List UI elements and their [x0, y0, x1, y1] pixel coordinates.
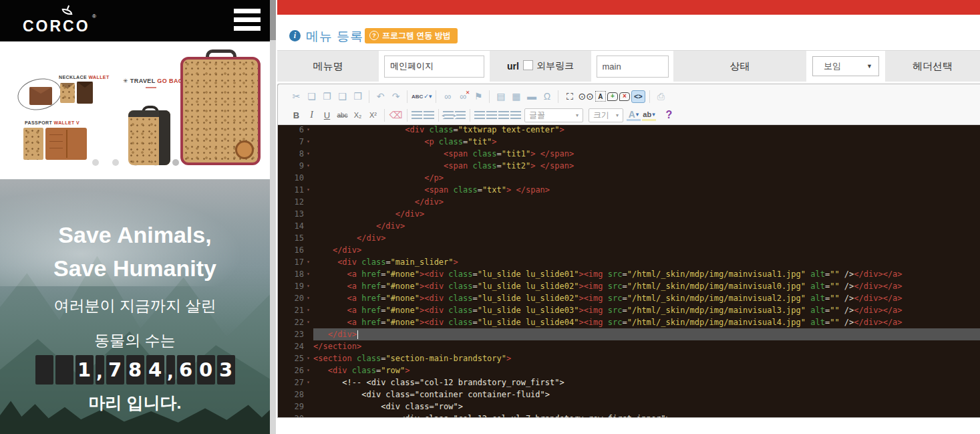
code-line[interactable]: 25▾<section class="section-main-brandsto… [278, 352, 980, 364]
preview-scrollbar[interactable] [270, 0, 276, 434]
bg-color-icon[interactable]: ab▾ [642, 110, 656, 121]
tag-add-icon[interactable]: + [607, 92, 618, 101]
status-select[interactable]: 보임 ▼ [812, 56, 879, 76]
code-line[interactable]: 9▾ <span class="tit2"> </span> [278, 160, 980, 172]
menu-name-input[interactable] [384, 56, 484, 78]
fold-toggle-icon[interactable]: ▾ [307, 160, 313, 172]
code-line[interactable]: 6▾ <div class="txtwrap text-center"> [278, 125, 980, 136]
code-line[interactable]: 17▾ <div class="main_slider"> [278, 256, 980, 268]
help-badge-button[interactable]: ? 프로그램 연동 방법 [365, 28, 458, 43]
spell-check-icon[interactable]: ABC✓▾ [412, 90, 432, 103]
code-line[interactable]: 23 </div> [278, 328, 980, 340]
code-line[interactable]: 20▾ <a href="#none"><div class="lu_slide… [278, 292, 980, 304]
code-line[interactable]: 13 </div> [278, 208, 980, 220]
url-input[interactable] [597, 56, 669, 78]
code-line[interactable]: 18▾ <a href="#none"><div class="lu_slide… [278, 268, 980, 280]
fold-toggle-icon[interactable]: ▾ [307, 376, 313, 389]
paste-from-word-icon[interactable]: ❒ [351, 90, 365, 103]
redo-icon[interactable]: ↷ [389, 90, 403, 103]
ordered-list-icon[interactable] [412, 111, 422, 119]
link-icon[interactable]: ∞ [440, 90, 454, 103]
product-carousel[interactable]: NECKLACE WALLET PASSPORT WALLET V ✳ TRAV… [0, 41, 270, 179]
fold-toggle-icon[interactable]: ▾ [307, 316, 313, 328]
source-button[interactable]: <> [631, 90, 645, 103]
undo-icon[interactable]: ↶ [373, 90, 387, 103]
code-line[interactable]: 7▾ <p class="tit"> [278, 136, 980, 148]
fold-toggle-icon[interactable]: ▾ [307, 184, 313, 196]
paste-plain-text-icon[interactable]: ❑ [335, 90, 349, 103]
align-center-icon[interactable] [486, 111, 497, 119]
fold-toggle-icon[interactable]: ▾ [307, 148, 313, 160]
code-line[interactable]: 29 <div class="row"> [278, 401, 980, 413]
align-justify-icon[interactable] [510, 111, 521, 119]
toolbar-separator [369, 90, 369, 103]
code-line[interactable]: 26▾ <div class="row"> [278, 364, 980, 376]
fold-toggle-icon[interactable]: ▾ [307, 136, 313, 148]
code-line[interactable]: 11▾ <span class="txt"> </span> [278, 184, 980, 196]
tag-remove-icon[interactable]: × [619, 92, 630, 101]
fold-toggle-icon[interactable]: ▾ [307, 268, 313, 280]
code-line[interactable]: 19▾ <a href="#none"><div class="lu_slide… [278, 280, 980, 292]
line-number: 11 [278, 184, 307, 196]
corco-logo[interactable]: CORCO ® [23, 4, 110, 39]
carousel-dot[interactable] [172, 159, 179, 166]
align-left-icon[interactable] [474, 111, 485, 119]
code-line[interactable]: 12 </div> [278, 196, 980, 208]
outdent-icon[interactable] [443, 111, 454, 119]
hamburger-menu-icon[interactable] [234, 9, 261, 31]
code-line[interactable]: 14 </div> [278, 220, 980, 232]
horizontal-line-icon[interactable]: ▬ [524, 90, 538, 103]
size-select[interactable]: 크기▾ [589, 108, 623, 122]
fold-toggle-icon[interactable]: ▾ [307, 256, 313, 268]
line-number: 7 [278, 136, 307, 148]
fold-toggle-icon[interactable]: ▾ [307, 292, 313, 304]
paste-icon[interactable]: ❐ [320, 90, 334, 103]
font-select[interactable]: 글꼴▾ [524, 108, 583, 122]
code-line[interactable]: 21▾ <a href="#none"><div class="lu_slide… [278, 304, 980, 316]
code-line[interactable]: 30 <div class="col-12 col-xl-7 brandstor… [278, 413, 980, 417]
toolbar-separator [649, 90, 650, 103]
code-line[interactable]: 16 </div> [278, 244, 980, 256]
about-icon[interactable]: ? [662, 108, 676, 122]
fold-toggle-icon[interactable]: ▾ [307, 125, 313, 136]
code-line[interactable]: 28 <div class="container container-fluid… [278, 389, 980, 401]
anchor-icon[interactable]: ⚑ [471, 90, 485, 103]
copy-icon[interactable]: ❏ [305, 90, 319, 103]
maximize-icon[interactable]: ⛶ [562, 90, 577, 103]
code-line[interactable]: 15 </div> [278, 232, 980, 244]
subscript-icon[interactable]: X₂ [351, 108, 365, 122]
image-icon[interactable]: ▤ [494, 90, 508, 103]
scrollbar-thumb[interactable] [270, 0, 276, 40]
strikethrough-icon[interactable]: abc [335, 108, 349, 122]
fold-toggle-icon[interactable]: ▾ [307, 280, 313, 292]
unordered-list-icon[interactable] [424, 111, 434, 119]
superscript-icon[interactable]: X² [366, 108, 380, 122]
code-line[interactable]: 8▾ <span class="tit1"> </span> [278, 148, 980, 160]
fold-toggle-icon[interactable]: ▾ [307, 304, 313, 316]
find-replace-icon[interactable]: ⊙⊙ [578, 90, 593, 103]
special-character-icon[interactable]: Ω [540, 90, 554, 103]
print-icon[interactable]: ⎙ [654, 90, 668, 103]
italic-icon[interactable]: I [305, 108, 319, 122]
code-line[interactable]: 22▾ <a href="#none"><div class="lu_slide… [278, 316, 980, 328]
code-line[interactable]: 10 </p> [278, 172, 980, 184]
code-line[interactable]: 24</section> [278, 340, 980, 352]
fold-toggle-icon[interactable]: ▾ [307, 352, 313, 364]
underline-icon[interactable]: U [320, 108, 334, 122]
unlink-icon[interactable]: ∞ [456, 90, 470, 103]
indent-icon[interactable] [455, 111, 466, 119]
cut-icon[interactable]: ✂ [289, 90, 303, 103]
remove-format-icon[interactable]: ⌫ [389, 108, 403, 122]
source-code-area[interactable]: 6▾ <div class="txtwrap text-center">7▾ <… [278, 125, 980, 417]
align-right-icon[interactable] [498, 111, 509, 119]
title-row: i 메뉴 등록 ? 프로그램 연동 방법 [276, 27, 980, 47]
code-line[interactable]: 27▾ <!-- <div class="col-12 brandstory_r… [278, 376, 980, 389]
bold-icon[interactable]: B [289, 108, 303, 122]
text-color-icon[interactable]: A▾ [627, 110, 641, 121]
carousel-dot[interactable] [92, 159, 99, 166]
select-all-icon[interactable]: A [595, 91, 606, 102]
carousel-dot[interactable] [112, 159, 119, 166]
fold-toggle-icon[interactable]: ▾ [307, 364, 313, 376]
external-link-checkbox[interactable] [523, 60, 533, 70]
table-icon[interactable]: ▦ [509, 90, 523, 103]
